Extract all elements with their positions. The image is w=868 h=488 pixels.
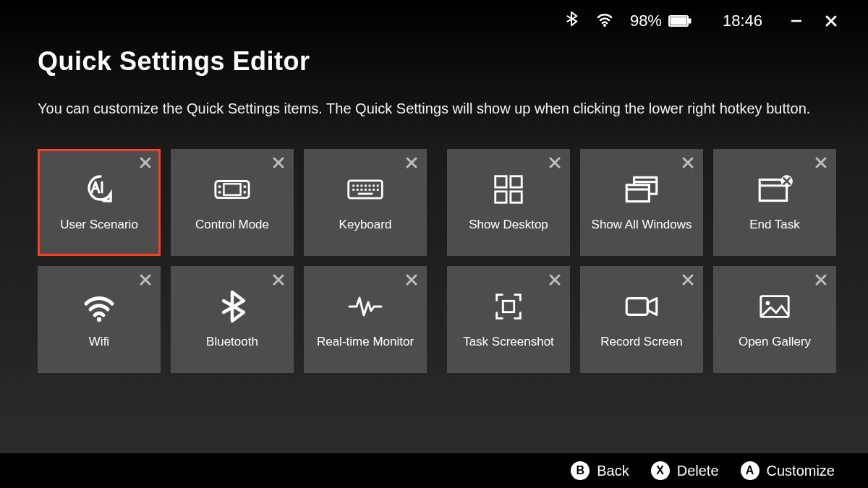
realtime-monitor-icon [346, 286, 385, 327]
tile-remove-user-scenario[interactable] [137, 155, 153, 171]
clock: 18:46 [723, 12, 762, 30]
tile-remove-bluetooth[interactable] [271, 272, 286, 288]
minimize-button[interactable] [787, 12, 806, 30]
battery-percent: 98% [630, 12, 662, 30]
tile-record-screen[interactable]: Record Screen [580, 266, 703, 373]
tile-label-control-mode: Control Mode [195, 217, 269, 232]
tile-remove-realtime-monitor[interactable] [404, 272, 420, 288]
page-subtitle: You can customize the Quick Settings ite… [38, 97, 812, 120]
tile-label-show-all-windows: Show All Windows [592, 217, 692, 232]
tile-user-scenario[interactable]: User Scenario [38, 149, 161, 256]
bluetooth-icon [563, 10, 579, 32]
battery-icon [668, 12, 692, 30]
tile-label-user-scenario: User Scenario [60, 217, 138, 232]
user-scenario-icon [80, 169, 119, 210]
action-back[interactable]: B Back [571, 461, 629, 480]
tile-remove-control-mode[interactable] [271, 155, 286, 171]
show-desktop-icon [489, 169, 528, 210]
tile-label-task-screenshot: Task Screenshot [463, 334, 554, 349]
x-button-icon: X [651, 461, 670, 480]
header: Quick Settings Editor You can customize … [0, 39, 868, 120]
wifi-icon [595, 10, 614, 32]
tile-task-screenshot[interactable]: Task Screenshot [447, 266, 570, 373]
battery-status: 98% [630, 12, 692, 30]
tile-remove-record-screen[interactable] [680, 272, 696, 288]
status-bar: 98% 18:46 [0, 0, 868, 39]
keyboard-icon [346, 169, 385, 210]
wifi-icon [80, 286, 119, 327]
b-button-icon: B [571, 461, 590, 480]
tile-end-task[interactable]: End Task [713, 149, 836, 256]
tile-keyboard[interactable]: Keyboard [304, 149, 427, 256]
tile-label-wifi: Wifi [89, 334, 109, 349]
action-customize-label: Customize [767, 463, 835, 479]
footer-actions: B Back X Delete A Customize [0, 453, 868, 488]
control-mode-icon [213, 169, 252, 210]
action-delete[interactable]: X Delete [651, 461, 719, 480]
task-screenshot-icon [489, 286, 528, 327]
tile-wifi[interactable]: Wifi [38, 266, 161, 373]
tile-remove-end-task[interactable] [813, 155, 829, 171]
tile-label-bluetooth: Bluetooth [206, 334, 258, 349]
tile-remove-wifi[interactable] [137, 272, 153, 288]
tile-label-open-gallery: Open Gallery [739, 334, 811, 349]
show-all-windows-icon [622, 169, 661, 210]
tile-remove-task-screenshot[interactable] [547, 272, 563, 288]
tile-remove-show-all-windows[interactable] [680, 155, 696, 171]
tile-open-gallery[interactable]: Open Gallery [713, 266, 836, 373]
action-back-label: Back [597, 463, 629, 479]
close-button[interactable] [822, 12, 841, 30]
tile-label-realtime-monitor: Real-time Monitor [317, 334, 414, 349]
tile-remove-show-desktop[interactable] [547, 155, 563, 171]
record-screen-icon [622, 286, 661, 327]
tile-remove-keyboard[interactable] [404, 155, 420, 171]
tile-show-desktop[interactable]: Show Desktop [447, 149, 570, 256]
tile-label-show-desktop: Show Desktop [469, 217, 548, 232]
end-task-icon [755, 169, 794, 210]
tile-bluetooth[interactable]: Bluetooth [171, 266, 294, 373]
bluetooth-icon [213, 286, 252, 327]
tile-label-keyboard: Keyboard [339, 217, 392, 232]
tile-label-record-screen: Record Screen [600, 334, 682, 349]
tile-control-mode[interactable]: Control Mode [171, 149, 294, 256]
action-customize[interactable]: A Customize [741, 461, 835, 480]
tile-remove-open-gallery[interactable] [813, 272, 829, 288]
tile-show-all-windows[interactable]: Show All Windows [580, 149, 703, 256]
open-gallery-icon [755, 286, 794, 327]
tile-label-end-task: End Task [749, 217, 800, 232]
a-button-icon: A [741, 461, 760, 480]
action-delete-label: Delete [677, 463, 719, 479]
tile-group-1: User ScenarioControl ModeKeyboardWifiBlu… [38, 149, 427, 373]
page-title: Quick Settings Editor [38, 46, 830, 77]
tile-realtime-monitor[interactable]: Real-time Monitor [304, 266, 427, 373]
tile-group-2: Show DesktopShow All WindowsEnd TaskTask… [447, 149, 836, 373]
